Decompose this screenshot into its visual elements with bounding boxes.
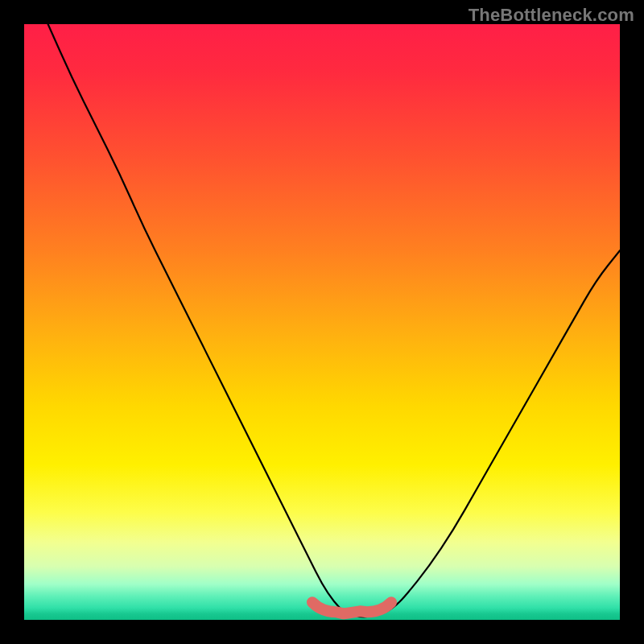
optimal-range-marker	[312, 602, 391, 613]
plot-area	[24, 24, 620, 620]
chart-canvas: TheBottleneck.com	[0, 0, 644, 644]
watermark-text: TheBottleneck.com	[469, 5, 634, 26]
chart-svg	[24, 24, 620, 620]
bottleneck-curve	[48, 24, 620, 617]
